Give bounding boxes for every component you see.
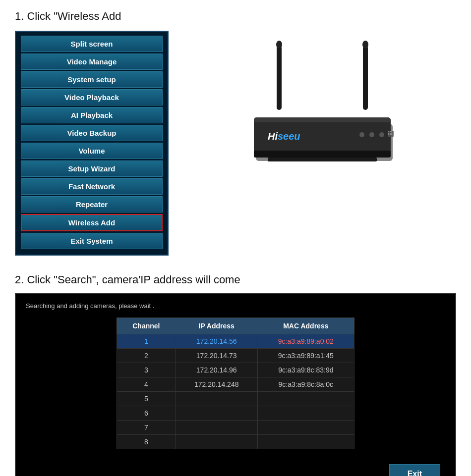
svg-rect-6 [254,117,391,122]
cell-channel: 3 [117,363,176,377]
svg-rect-13 [390,131,391,132]
svg-rect-22 [268,158,377,161]
cell-mac: 9c:a3:a9:8c:8a:0c [257,377,354,392]
svg-rect-16 [390,133,391,134]
cell-channel: 8 [117,435,176,449]
cell-mac: 9c:a3:a9:89:a1:45 [257,349,354,363]
table-row[interactable]: 4172.20.14.2489c:a3:a9:8c:8a:0c [117,377,354,392]
svg-rect-21 [254,151,391,158]
col-header-channel: Channel [117,318,176,334]
svg-point-3 [362,41,368,49]
cell-channel: 7 [117,421,176,435]
cell-channel: 2 [117,349,176,363]
svg-rect-18 [388,134,389,135]
svg-rect-2 [363,46,368,110]
menu-item-setup-wizard[interactable]: Setup Wizard [21,160,163,177]
svg-point-10 [379,132,384,137]
svg-point-1 [276,41,282,49]
router-illustration: Hiseeu [188,31,456,189]
svg-rect-19 [390,134,391,135]
col-header-ip: IP Address [176,318,257,334]
svg-rect-20 [391,134,392,135]
svg-point-8 [359,132,364,137]
search-status: Searching and adding cameras, please wai… [26,302,445,310]
cell-ip: 172.20.14.56 [176,334,257,349]
menu-panel: Split screen Video Manage System setup V… [15,31,169,256]
svg-rect-15 [388,133,389,134]
table-row[interactable]: 8 [117,435,354,449]
svg-text:Hiseeu: Hiseeu [268,131,300,142]
cell-mac [257,392,354,406]
cell-ip: 172.20.14.73 [176,349,257,363]
svg-rect-0 [277,46,282,110]
dark-screen: Searching and adding cameras, please wai… [15,293,456,476]
menu-item-volume[interactable]: Volume [21,143,163,159]
cell-channel: 1 [117,334,176,349]
cell-mac: 9c:a3:a9:8c:83:9d [257,363,354,377]
cell-ip [176,421,257,435]
cell-mac [257,435,354,449]
menu-item-video-playback[interactable]: Video Playback [21,89,163,106]
svg-rect-14 [391,131,392,132]
menu-item-video-backup[interactable]: Video Backup [21,125,163,141]
svg-point-9 [369,132,374,137]
menu-item-fast-network[interactable]: Fast Network [21,178,163,195]
cell-mac [257,421,354,435]
camera-table: Channel IP Address MAC Address 1172.20.1… [117,317,354,449]
table-row[interactable]: 7 [117,421,354,435]
menu-item-exit-system[interactable]: Exit System [21,233,163,249]
exit-button[interactable]: Exit [389,464,440,476]
cell-mac: 9c:a3:a9:89:a0:02 [257,334,354,349]
table-row[interactable]: 1172.20.14.569c:a3:a9:89:a0:02 [117,334,354,349]
menu-item-split-screen[interactable]: Split screen [21,36,163,52]
svg-rect-17 [391,133,392,134]
cell-channel: 5 [117,392,176,406]
cell-channel: 6 [117,406,176,421]
svg-rect-12 [388,131,389,132]
table-row[interactable]: 2172.20.14.739c:a3:a9:89:a1:45 [117,349,354,363]
cell-ip [176,392,257,406]
table-row[interactable]: 5 [117,392,354,406]
col-header-mac: MAC Address [257,318,354,334]
cell-mac [257,406,354,421]
menu-item-system-setup[interactable]: System setup [21,71,163,88]
table-row[interactable]: 3172.20.14.969c:a3:a9:8c:83:9d [117,363,354,377]
cell-ip: 172.20.14.96 [176,363,257,377]
section2-heading: 2. Click "Search", camera'IP address wil… [15,273,456,286]
cell-ip [176,406,257,421]
cell-ip: 172.20.14.248 [176,377,257,392]
menu-item-video-manage[interactable]: Video Manage [21,53,163,70]
menu-item-repeater[interactable]: Repeater [21,196,163,212]
section1-heading: 1. Click "Wireless Add [15,10,456,23]
cell-ip [176,435,257,449]
table-row[interactable]: 6 [117,406,354,421]
menu-item-ai-playback[interactable]: AI Playback [21,107,163,123]
cell-channel: 4 [117,377,176,392]
menu-item-wireless-add[interactable]: Wireless Add [21,214,163,231]
